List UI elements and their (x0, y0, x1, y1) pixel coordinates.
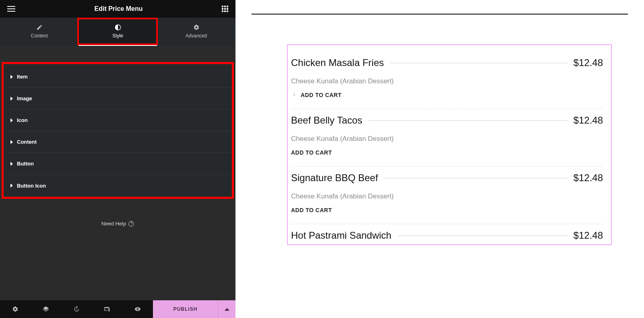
add-to-cart-label: ADD TO CART (291, 207, 332, 213)
add-to-cart-label: ADD TO CART (291, 149, 332, 156)
menu-item-header: Chicken Masala Fries $12.48 (291, 57, 603, 68)
title-rule (369, 120, 567, 121)
menu-item-title: Hot Pastrami Sandwich (291, 230, 391, 241)
meditation-icon (291, 92, 297, 98)
caret-right-icon (10, 97, 13, 101)
menu-item-title: Signature BBQ Beef (291, 172, 378, 184)
tabs-row: Content Style Advanced (0, 18, 235, 46)
accordion-label: Content (17, 139, 37, 145)
add-to-cart-label: ADD TO CART (301, 92, 342, 98)
accordion-icon[interactable]: Icon (4, 109, 231, 131)
editor-panel: Edit Price Menu Content Style Advanced I… (0, 0, 235, 318)
caret-right-icon (10, 75, 13, 79)
caret-right-icon (10, 140, 13, 144)
tab-advanced-label: Advanced (186, 33, 207, 39)
panel-header: Edit Price Menu (0, 0, 235, 18)
preview-canvas: Chicken Masala Fries $12.48 Cheese Kunaf… (235, 0, 644, 318)
need-help-label: Need Help (101, 221, 126, 227)
menu-item: Signature BBQ Beef $12.48 Cheese Kunafa … (291, 167, 603, 224)
title-rule (384, 178, 567, 178)
menu-item-price: $12.48 (574, 230, 603, 241)
pencil-icon (36, 24, 43, 31)
settings-button[interactable] (0, 300, 31, 318)
history-icon (73, 306, 80, 312)
panel-title: Edit Price Menu (94, 5, 142, 12)
menu-item-desc: Cheese Kunafa (Arabian Dessert) (291, 192, 603, 200)
publish-label: PUBLISH (173, 306, 198, 312)
hamburger-icon[interactable] (7, 6, 15, 12)
add-to-cart-button[interactable]: ADD TO CART (291, 149, 603, 156)
menu-item-header: Hot Pastrami Sandwich $12.48 (291, 230, 603, 241)
accordion-button-icon[interactable]: Button Icon (4, 175, 231, 196)
menu-item: Beef Belly Tacos $12.48 Cheese Kunafa (A… (291, 109, 603, 167)
accordion-label: Button Icon (17, 183, 46, 189)
tab-content[interactable]: Content (0, 18, 78, 46)
tab-style-label: Style (112, 33, 123, 39)
caret-right-icon (10, 118, 13, 122)
accordion-label: Icon (17, 117, 28, 123)
devices-icon (104, 306, 110, 312)
publish-options-button[interactable] (218, 300, 235, 318)
need-help-link[interactable]: Need Help ? (0, 221, 235, 227)
accordion-image[interactable]: Image (4, 88, 231, 109)
menu-item-desc: Cheese Kunafa (Arabian Dessert) (291, 77, 603, 85)
history-button[interactable] (61, 300, 92, 318)
add-to-cart-button[interactable]: ADD TO CART (291, 92, 603, 98)
publish-button[interactable]: PUBLISH (153, 300, 218, 318)
accordion-item[interactable]: Item (4, 66, 231, 88)
caret-right-icon (10, 162, 13, 166)
menu-item-header: Signature BBQ Beef $12.48 (291, 172, 603, 184)
accordion-label: Item (17, 74, 28, 80)
bottom-toolbar: PUBLISH (0, 300, 235, 318)
menu-item-price: $12.48 (574, 115, 603, 126)
chevron-up-icon (225, 308, 229, 311)
tab-advanced[interactable]: Advanced (157, 18, 235, 46)
preview-button[interactable] (122, 300, 153, 318)
menu-item-price: $12.48 (574, 172, 603, 184)
eye-icon (134, 306, 141, 312)
accordion-button[interactable]: Button (4, 153, 231, 175)
gear-icon (193, 24, 200, 31)
style-accordion: Item Image Icon Content Button Button Ic… (4, 66, 231, 196)
menu-item-title: Beef Belly Tacos (291, 115, 362, 126)
menu-item-desc: Cheese Kunafa (Arabian Dessert) (291, 135, 603, 143)
accordion-content[interactable]: Content (4, 131, 231, 153)
divider (252, 14, 628, 14)
add-to-cart-button[interactable]: ADD TO CART (291, 207, 603, 213)
accordion-wrap: Item Image Icon Content Button Button Ic… (0, 46, 235, 196)
apps-grid-icon[interactable] (222, 6, 228, 12)
menu-item-price: $12.48 (574, 57, 603, 68)
responsive-button[interactable] (92, 300, 122, 318)
tab-style[interactable]: Style (78, 18, 157, 46)
gear-icon (12, 306, 19, 312)
menu-item: Chicken Masala Fries $12.48 Cheese Kunaf… (291, 52, 603, 109)
title-rule (398, 235, 567, 236)
price-menu-widget[interactable]: Chicken Masala Fries $12.48 Cheese Kunaf… (287, 44, 612, 245)
contrast-icon (115, 24, 121, 31)
tab-content-label: Content (31, 33, 47, 39)
menu-item-title: Chicken Masala Fries (291, 57, 384, 68)
layers-icon (43, 306, 49, 312)
publish-group: PUBLISH (153, 300, 235, 318)
navigator-button[interactable] (31, 300, 61, 318)
menu-item-header: Beef Belly Tacos $12.48 (291, 115, 603, 126)
title-rule (390, 63, 567, 63)
accordion-label: Button (17, 161, 34, 167)
help-icon: ? (128, 221, 134, 227)
accordion-label: Image (17, 95, 32, 101)
menu-item: Hot Pastrami Sandwich $12.48 (291, 224, 603, 244)
caret-right-icon (10, 184, 13, 188)
